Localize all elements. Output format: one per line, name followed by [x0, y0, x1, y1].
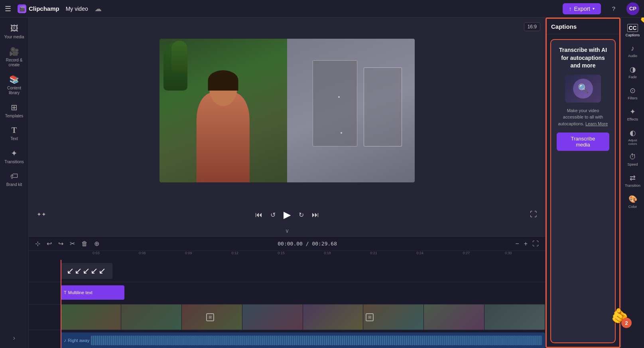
video-thumb-5 — [303, 304, 364, 330]
right-item-fade[interactable]: ◑ Fade — [622, 62, 643, 82]
right-item-effects[interactable]: ✦ Effects — [622, 104, 643, 125]
right-item-effects-label: Effects — [627, 117, 638, 121]
export-button[interactable]: ↑ Export ▾ — [563, 3, 601, 14]
captions-illustration-circle: 🔍 — [573, 79, 593, 99]
content-library-icon: 📚 — [9, 75, 19, 84]
timeline-section: ⊹ ↩ ↪ ✂ 🗑 ⊕ 00:00.00 / 00:29.68 − + ⛶ 0:… — [29, 236, 545, 348]
right-item-adjust-colors[interactable]: ◐ Adjustcolors — [622, 125, 643, 149]
timeline-time-display: 00:00.00 / 00:29.68 — [104, 241, 510, 247]
audio-icon: ♪ — [64, 338, 66, 343]
captions-illustration: 🔍 — [565, 75, 601, 103]
captions-description: Make your video accessible to all with a… — [557, 107, 609, 127]
export-label: Export — [574, 6, 590, 12]
effects-icon: ✦ — [630, 107, 636, 116]
help-button[interactable]: ? — [607, 2, 620, 15]
ruler-mark-2: 0:09 — [185, 251, 192, 255]
sidebar-item-record[interactable]: 🎥 Record &create — [2, 44, 27, 71]
captions-card: Transcribe with AI for autocaptions and … — [550, 39, 616, 343]
audio-clip-label: Right away — [68, 338, 89, 343]
audio-waveform — [91, 336, 542, 345]
speed-icon: ⏱ — [629, 153, 636, 161]
timeline-expand-button[interactable]: ⛶ — [531, 239, 540, 248]
trim-icon-right: ⊠ — [368, 315, 371, 319]
video-thumb-2 — [121, 304, 182, 330]
timeline-toolbar: ⊹ ↩ ↪ ✂ 🗑 ⊕ 00:00.00 / 00:29.68 − + ⛶ — [29, 237, 545, 251]
arrow-icons: ↙↙↙↙↙ — [67, 266, 106, 276]
sidebar-item-transitions[interactable]: ✦ Transitions — [2, 145, 27, 168]
video-thumb-8 — [484, 304, 545, 330]
rewind-button[interactable]: ↺ — [269, 210, 277, 220]
sidebar-expand-button[interactable]: › — [10, 331, 18, 345]
delete-button[interactable]: 🗑 — [80, 239, 89, 248]
timeline-collapse-button[interactable]: ∨ — [284, 226, 291, 235]
video-thumb-7 — [424, 304, 484, 330]
sidebar-item-brand-kit[interactable]: 🏷 Brand kit — [2, 168, 27, 190]
captions-illustration-icon: 🔍 — [578, 83, 589, 94]
cursor-container-1: CC Captions 🫵 1 — [622, 21, 643, 40]
trim-marker-right[interactable]: ⊠ — [366, 313, 374, 321]
fullscreen-button[interactable]: ⛶ — [528, 209, 539, 220]
audio-clip[interactable]: ♪ Right away — [61, 332, 545, 348]
forward-button[interactable]: ↻ — [297, 210, 305, 220]
cloud-save-icon[interactable]: ☁ — [95, 4, 102, 13]
video-title[interactable]: My video — [66, 6, 88, 12]
menu-button[interactable]: ☰ — [5, 4, 11, 13]
zoom-out-button[interactable]: − — [514, 239, 520, 248]
templates-icon: ⊞ — [11, 103, 18, 112]
ai-tools-button[interactable]: ✦✦ — [35, 210, 48, 219]
timeline-ruler: 0:03 0:06 0:09 0:12 0:15 0:18 0:21 0:24 … — [29, 251, 545, 260]
right-item-audio-label: Audio — [628, 54, 637, 58]
arrow-clip[interactable]: ↙↙↙↙↙ — [61, 263, 112, 279]
your-media-icon: 🖼 — [10, 24, 18, 33]
right-item-speed[interactable]: ⏱ Speed — [622, 150, 643, 170]
preview-area: 16:9 — [29, 18, 545, 204]
timeline-playhead[interactable] — [61, 260, 61, 348]
ruler-mark-0: 0:03 — [93, 251, 100, 255]
color-icon: 🎨 — [628, 195, 637, 204]
fade-icon: ◑ — [630, 65, 636, 74]
video-clip[interactable]: ⊠ ⊠ — [61, 304, 545, 330]
sidebar-item-your-media[interactable]: 🖼 Your media — [2, 21, 27, 43]
brand-kit-icon: 🏷 — [10, 172, 18, 181]
center-area: 16:9 — [29, 18, 545, 348]
sidebar-item-label-text: Text — [10, 136, 18, 141]
cut-button[interactable]: ✂ — [68, 239, 77, 248]
add-clip-button[interactable]: ⊕ — [93, 239, 101, 248]
sidebar-item-content-library[interactable]: 📚 Contentlibrary — [2, 71, 27, 99]
undo-button[interactable]: ↩ — [45, 239, 53, 248]
ruler-mark-6: 0:21 — [370, 251, 377, 255]
right-item-color[interactable]: 🎨 Color — [622, 192, 643, 212]
play-button[interactable]: ▶ — [282, 208, 292, 222]
zoom-controls: − + ⛶ — [514, 239, 540, 248]
export-chevron-icon: ▾ — [593, 6, 595, 11]
user-avatar[interactable]: CP — [626, 2, 639, 15]
captions-panel: Captions Transcribe with AI for autocapt… — [545, 18, 621, 348]
right-item-fade-label: Fade — [628, 75, 637, 79]
transition-icon: ⇄ — [630, 174, 636, 182]
sidebar-item-text[interactable]: T Text — [2, 123, 27, 144]
right-item-audio[interactable]: ♪ Audio — [622, 41, 643, 61]
redo-button[interactable]: ↪ — [57, 239, 65, 248]
text-clip-label: Multiline text — [68, 290, 93, 295]
learn-more-link[interactable]: Learn More — [585, 121, 608, 126]
skip-forward-button[interactable]: ⏭ — [310, 209, 321, 221]
skip-back-button[interactable]: ⏮ — [254, 209, 264, 221]
transcribe-media-button[interactable]: Transcribe media — [557, 132, 609, 151]
sidebar-item-templates[interactable]: ⊞ Templates — [2, 99, 27, 122]
cursor-tool-button[interactable]: ⊹ — [33, 239, 42, 248]
app-logo: 🎬 Clipchamp — [18, 4, 59, 13]
trim-marker-left[interactable]: ⊠ — [206, 313, 214, 321]
ruler-mark-8: 0:27 — [463, 251, 470, 255]
playback-controls: ✦✦ ⏮ ↺ ▶ ↻ ⏭ ⛶ — [29, 204, 545, 225]
track-content-text: T Multiline text — [61, 282, 545, 304]
zoom-in-button[interactable]: + — [522, 239, 529, 248]
left-sidebar: 🖼 Your media 🎥 Record &create 📚 Contentl… — [0, 18, 29, 348]
captions-card-title: Transcribe with AI for autocaptions and … — [557, 46, 609, 70]
right-item-filters[interactable]: ⊙ Filters — [622, 83, 643, 103]
right-item-transition[interactable]: ⇄ Transition — [622, 170, 643, 191]
ruler-mark-9: 0:30 — [505, 251, 512, 255]
aspect-ratio-badge[interactable]: 16:9 — [524, 22, 540, 31]
text-clip[interactable]: T Multiline text — [61, 285, 124, 300]
right-item-captions[interactable]: CC Captions — [622, 21, 643, 40]
track-row-video: ⊠ ⊠ — [29, 304, 545, 330]
